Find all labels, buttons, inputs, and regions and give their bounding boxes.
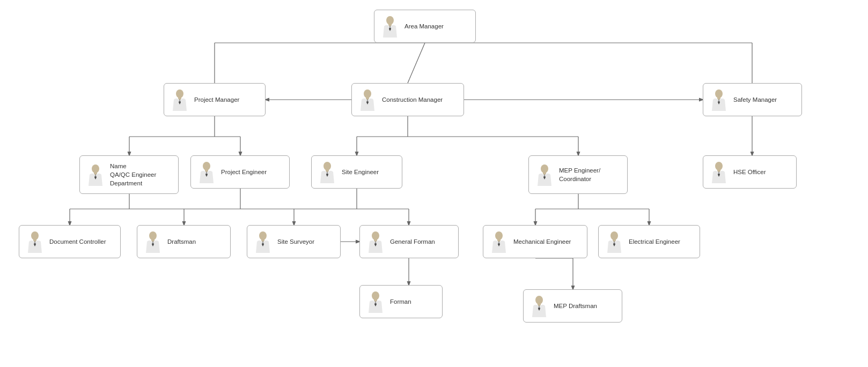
svg-point-82: [535, 296, 543, 304]
label-qa_qc_engineer: Name QA/QC Engineer Department: [110, 162, 156, 188]
avatar-qa_qc_engineer: [85, 162, 106, 187]
svg-point-73: [495, 231, 503, 240]
avatar-general_forman: [365, 229, 386, 254]
node-area_manager: Area Manager: [374, 10, 476, 43]
svg-point-43: [715, 89, 723, 98]
label-construction_manager: Construction Manager: [382, 95, 443, 104]
avatar-document_controller: [25, 229, 45, 254]
avatar-mechanical_engineer: [489, 229, 509, 254]
avatar-draftsman: [143, 229, 163, 254]
label-mechanical_engineer: Mechanical Engineer: [513, 237, 571, 246]
node-mechanical_engineer: Mechanical Engineer: [483, 225, 587, 258]
label-electrical_engineer: Electrical Engineer: [629, 237, 680, 246]
org-chart: Area Manager Project Manager: [0, 0, 868, 367]
node-draftsman: Draftsman: [137, 225, 231, 258]
svg-point-58: [715, 162, 723, 170]
avatar-site_engineer: [317, 160, 337, 184]
svg-point-52: [323, 162, 331, 170]
svg-point-64: [149, 231, 157, 240]
svg-point-49: [203, 162, 210, 170]
avatar-site_surveyor: [253, 229, 273, 254]
svg-point-61: [31, 231, 39, 240]
label-mep_engineer: MEP Engineer/ Coordinator: [559, 166, 600, 183]
node-safety_manager: Safety Manager: [703, 83, 802, 116]
svg-point-34: [386, 16, 394, 25]
avatar-mep_engineer: [534, 162, 555, 187]
node-electrical_engineer: Electrical Engineer: [598, 225, 700, 258]
label-hse_officer: HSE Officer: [733, 168, 766, 176]
avatar-mep_draftsman: [529, 294, 549, 318]
label-general_forman: General Forman: [390, 237, 435, 246]
svg-point-46: [92, 164, 99, 173]
node-mep_draftsman: MEP Draftsman: [523, 289, 622, 323]
label-document_controller: Document Controller: [49, 237, 106, 246]
svg-point-55: [541, 164, 548, 173]
label-project_engineer: Project Engineer: [221, 168, 267, 176]
node-construction_manager: Construction Manager: [351, 83, 464, 116]
avatar-project_manager: [170, 87, 190, 112]
label-site_engineer: Site Engineer: [342, 168, 379, 176]
avatar-hse_officer: [709, 160, 729, 184]
label-project_manager: Project Manager: [194, 95, 239, 104]
node-site_engineer: Site Engineer: [311, 155, 402, 189]
label-site_surveyor: Site Surveyor: [277, 237, 314, 246]
label-forman: Forman: [390, 297, 411, 306]
avatar-area_manager: [380, 14, 400, 39]
node-hse_officer: HSE Officer: [703, 155, 797, 189]
svg-point-67: [259, 231, 267, 240]
node-document_controller: Document Controller: [19, 225, 121, 258]
node-forman: Forman: [359, 285, 443, 318]
label-draftsman: Draftsman: [167, 237, 196, 246]
node-project_engineer: Project Engineer: [190, 155, 290, 189]
node-site_surveyor: Site Surveyor: [247, 225, 341, 258]
svg-point-40: [364, 89, 371, 98]
label-mep_draftsman: MEP Draftsman: [554, 302, 597, 310]
avatar-project_engineer: [196, 160, 217, 184]
svg-line-0: [408, 43, 425, 83]
node-project_manager: Project Manager: [164, 83, 266, 116]
svg-point-70: [372, 231, 379, 240]
avatar-electrical_engineer: [604, 229, 624, 254]
avatar-safety_manager: [709, 87, 729, 112]
node-qa_qc_engineer: Name QA/QC Engineer Department: [79, 155, 179, 194]
svg-point-76: [610, 231, 618, 240]
avatar-forman: [365, 289, 386, 314]
label-area_manager: Area Manager: [404, 22, 444, 31]
node-mep_engineer: MEP Engineer/ Coordinator: [528, 155, 628, 194]
svg-point-79: [372, 291, 379, 300]
svg-point-37: [176, 89, 183, 98]
avatar-construction_manager: [357, 87, 378, 112]
node-general_forman: General Forman: [359, 225, 459, 258]
label-safety_manager: Safety Manager: [733, 95, 777, 104]
